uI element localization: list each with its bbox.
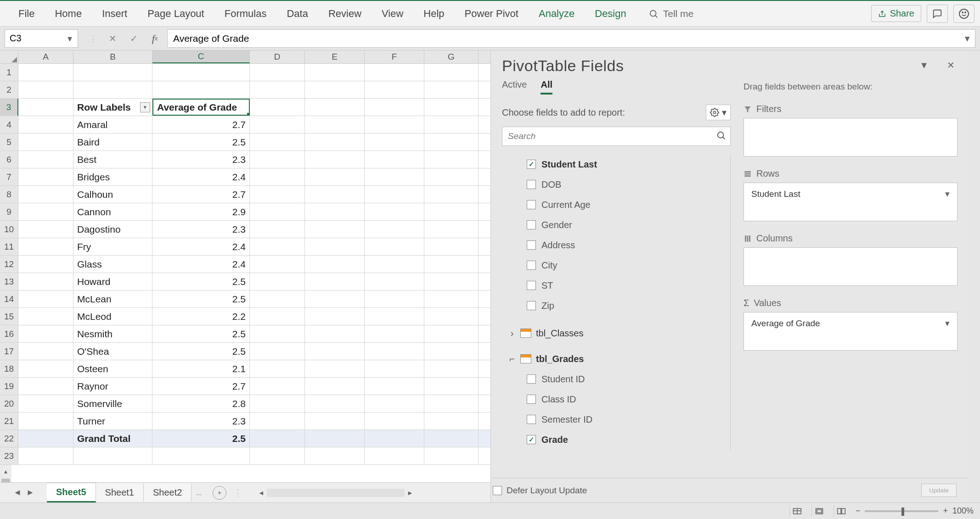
collapse-icon[interactable]: › (508, 328, 516, 339)
cell[interactable] (365, 168, 424, 185)
field-row[interactable]: DOB (502, 174, 728, 195)
horizontal-scrollbar[interactable]: ◄ ► (256, 489, 490, 497)
sheet-nav-prev[interactable]: ◄ (11, 486, 24, 499)
tab-home[interactable]: Home (45, 1, 92, 26)
cell[interactable] (365, 203, 424, 220)
select-all-cell[interactable] (0, 50, 18, 63)
cell[interactable]: 2.4 (152, 256, 250, 273)
zoom-out-button[interactable]: − (856, 506, 861, 516)
cell[interactable] (18, 308, 73, 325)
cell[interactable] (73, 81, 152, 98)
cell[interactable]: Average of Grade (152, 99, 250, 116)
cell[interactable]: Bridges (73, 168, 152, 185)
cell[interactable] (365, 325, 424, 342)
field-row[interactable]: Semester ID (502, 409, 728, 430)
cell[interactable] (18, 256, 73, 273)
cell[interactable] (424, 343, 479, 360)
cell[interactable] (424, 325, 479, 342)
cell[interactable]: 2.5 (152, 273, 250, 290)
cell[interactable] (365, 238, 424, 255)
row-head[interactable]: 16 (0, 325, 18, 342)
cell[interactable]: 2.7 (152, 378, 250, 395)
row-head[interactable]: 13 (0, 273, 18, 290)
cell[interactable] (18, 168, 73, 185)
cell[interactable] (365, 430, 424, 447)
cell[interactable] (365, 151, 424, 168)
cell[interactable] (250, 238, 305, 255)
cell[interactable] (305, 238, 365, 255)
cell[interactable] (424, 290, 479, 307)
cell[interactable] (250, 395, 305, 412)
cell[interactable]: McLeod (73, 308, 152, 325)
cell[interactable] (365, 64, 424, 81)
row-head[interactable]: 2 (0, 81, 18, 98)
row-head[interactable]: 18 (0, 360, 18, 377)
col-head-E[interactable]: E (305, 50, 365, 63)
cell[interactable] (424, 238, 479, 255)
tab-power-pivot[interactable]: Power Pivot (455, 1, 529, 26)
cell[interactable] (424, 116, 479, 133)
rows-dropzone[interactable]: Student Last ▾ (743, 183, 957, 221)
cell[interactable] (18, 447, 73, 464)
row-head[interactable]: 1 (0, 64, 18, 81)
grid-row[interactable]: 6Best2.3 (0, 151, 490, 168)
scroll-up-icon[interactable]: ▴ (0, 465, 11, 478)
hscroll-right-icon[interactable]: ► (405, 489, 416, 497)
grid-row[interactable]: 21Turner2.3 (0, 413, 490, 430)
cell[interactable] (424, 308, 479, 325)
cell[interactable] (424, 99, 479, 116)
cell[interactable] (18, 203, 73, 220)
sheet-tab-active[interactable]: Sheet5 (47, 483, 96, 502)
cell[interactable] (73, 64, 152, 81)
cell[interactable]: Osteen (73, 360, 152, 377)
zoom-in-button[interactable]: + (943, 506, 948, 516)
cell[interactable] (18, 395, 73, 412)
cell[interactable] (250, 447, 305, 464)
cell[interactable] (305, 134, 365, 151)
cell[interactable] (250, 378, 305, 395)
tab-analyze[interactable]: Analyze (529, 1, 585, 26)
cell[interactable] (18, 99, 73, 116)
cell[interactable]: McLean (73, 290, 152, 307)
zoom-value[interactable]: 100% (952, 506, 974, 516)
cell[interactable] (365, 360, 424, 377)
cell[interactable] (250, 134, 305, 151)
cell[interactable] (250, 290, 305, 307)
cell[interactable] (365, 99, 424, 116)
cell[interactable] (18, 64, 73, 81)
enter-formula-button[interactable]: ✓ (125, 29, 142, 48)
cell[interactable]: Nesmith (73, 325, 152, 342)
formula-input[interactable]: Average of Grade ▾ (167, 29, 975, 48)
cell[interactable] (73, 447, 152, 464)
cell[interactable]: Dagostino (73, 221, 152, 238)
cell[interactable] (250, 221, 305, 238)
cell[interactable] (152, 64, 250, 81)
grid-row[interactable]: 17O'Shea2.5 (0, 343, 490, 360)
row-head[interactable]: 4 (0, 116, 18, 133)
field-row[interactable]: Current Age (502, 195, 728, 215)
tab-design[interactable]: Design (585, 1, 636, 26)
col-head-A[interactable]: A (18, 50, 73, 63)
cell[interactable]: Grand Total (73, 430, 152, 447)
cell[interactable]: 2.2 (152, 308, 250, 325)
field-row[interactable]: Zip (502, 296, 728, 316)
hscroll-left-icon[interactable]: ◄ (256, 489, 267, 497)
grid-row[interactable]: 23 (0, 447, 490, 465)
cell[interactable] (365, 256, 424, 273)
cell[interactable] (365, 81, 424, 98)
cell[interactable]: Turner (73, 413, 152, 430)
cell[interactable] (305, 116, 365, 133)
grid-row[interactable]: 2 (0, 81, 490, 99)
cell[interactable] (305, 203, 365, 220)
cell[interactable] (152, 447, 250, 464)
spreadsheet-grid[interactable]: A B C D E F G 123Row Labels▾Average of G… (0, 50, 490, 482)
cell[interactable] (424, 151, 479, 168)
cell[interactable] (424, 203, 479, 220)
tab-review[interactable]: Review (318, 1, 372, 26)
cell[interactable]: Howard (73, 273, 152, 290)
cell[interactable]: 2.7 (152, 186, 250, 203)
cell[interactable]: 2.5 (152, 343, 250, 360)
cell[interactable] (424, 413, 479, 430)
grid-row[interactable]: 22Grand Total2.5 (0, 430, 490, 447)
row-head[interactable]: 17 (0, 343, 18, 360)
